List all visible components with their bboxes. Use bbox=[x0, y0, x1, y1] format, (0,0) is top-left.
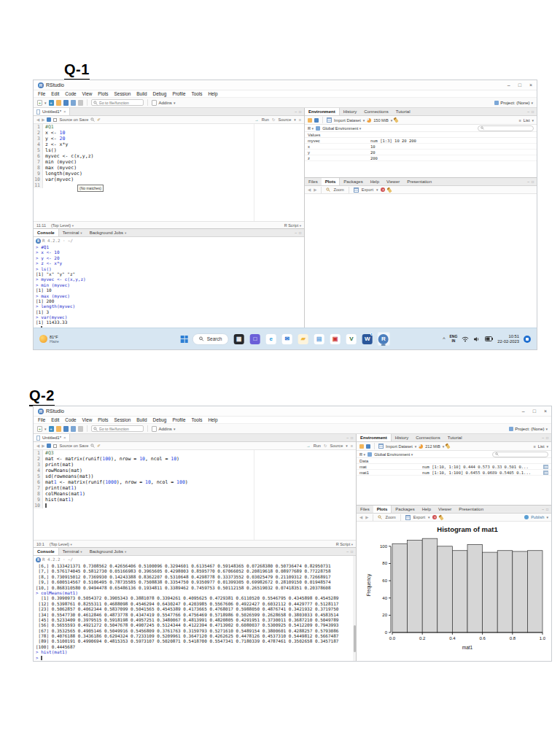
tab-tutorial[interactable]: Tutorial bbox=[444, 434, 466, 441]
minimize-icon[interactable]: – bbox=[508, 82, 510, 88]
console[interactable]: R R 4.2.2 · ~/ [6,] 0.133421371 0.730856… bbox=[34, 556, 356, 661]
memory-usage-button[interactable]: 150 MiB bbox=[373, 118, 389, 123]
back-icon[interactable]: ◀ bbox=[359, 515, 362, 519]
mail-icon[interactable]: ✉ bbox=[281, 332, 293, 346]
menu-edit[interactable]: Edit bbox=[51, 91, 59, 96]
forward-icon[interactable]: ▶ bbox=[42, 117, 44, 122]
code-editor[interactable]: 1#Q12x <- 103y <- 204z <- x*y5ls()6myvec… bbox=[34, 124, 304, 221]
minimize-pane-icon[interactable]: – bbox=[542, 436, 544, 440]
language-indicator[interactable]: ENGIN bbox=[450, 335, 458, 343]
find-icon[interactable] bbox=[90, 117, 95, 122]
clock[interactable]: 10:51 22-02-2023 bbox=[497, 334, 519, 344]
code-tools-icon[interactable]: ✐ bbox=[97, 117, 101, 122]
minimize-pane-icon[interactable]: – bbox=[346, 436, 349, 440]
clear-objects-icon[interactable] bbox=[446, 443, 451, 449]
notification-center-icon[interactable] bbox=[524, 336, 531, 343]
clear-plots-icon[interactable] bbox=[439, 514, 444, 520]
tab-presentation[interactable]: Presentation bbox=[455, 506, 487, 513]
back-icon[interactable]: ◀ bbox=[308, 187, 311, 192]
import-dataset-button[interactable]: Import Dataset bbox=[386, 444, 413, 449]
new-project-icon[interactable]: + bbox=[49, 426, 54, 432]
maximize-pane-icon[interactable]: □ bbox=[532, 109, 534, 114]
word-icon[interactable]: W bbox=[361, 332, 373, 346]
menu-tools[interactable]: Tools bbox=[192, 417, 203, 422]
environment-selector[interactable]: Global Environment ▾ bbox=[374, 452, 413, 457]
code-editor[interactable]: 1#Q32mat <- matrix(runif(100), nrow = 10… bbox=[34, 450, 356, 540]
back-icon[interactable]: ◀ bbox=[36, 444, 39, 448]
save-icon[interactable] bbox=[47, 117, 51, 122]
console-scrollbar[interactable] bbox=[353, 556, 356, 661]
menu-code[interactable]: Code bbox=[65, 417, 76, 422]
menu-session[interactable]: Session bbox=[114, 417, 131, 422]
source-button[interactable]: Source bbox=[330, 444, 343, 448]
save-workspace-icon[interactable] bbox=[366, 444, 370, 449]
tab-background-jobs[interactable]: Background Jobs▾ bbox=[86, 229, 131, 236]
back-icon[interactable]: ◀ bbox=[36, 117, 39, 122]
clear-objects-icon[interactable] bbox=[394, 117, 399, 123]
project-menu[interactable]: Project: (None)▾ bbox=[509, 427, 548, 431]
open-file-icon[interactable] bbox=[56, 426, 61, 432]
source-on-save-checkbox[interactable] bbox=[53, 444, 57, 448]
new-project-icon[interactable]: + bbox=[49, 100, 54, 106]
print-icon[interactable] bbox=[78, 426, 83, 432]
tray-chevron-icon[interactable]: ^ bbox=[443, 336, 445, 341]
goto-file-box[interactable] bbox=[91, 425, 144, 432]
addins-menu[interactable]: Addins▾ bbox=[159, 427, 176, 431]
open-file-icon[interactable] bbox=[56, 100, 61, 106]
save-icon[interactable] bbox=[47, 444, 51, 448]
restore-icon[interactable]: □ bbox=[533, 409, 536, 414]
maximize-pane-icon[interactable]: □ bbox=[351, 436, 353, 440]
remove-plot-icon[interactable]: × bbox=[381, 187, 385, 192]
outline-icon[interactable]: ≡ bbox=[299, 117, 301, 122]
project-menu[interactable]: Project: (None)▾ bbox=[494, 101, 533, 105]
chevron-down-icon[interactable]: ▾ bbox=[346, 444, 348, 448]
tab-help[interactable]: Help bbox=[367, 178, 383, 185]
menu-debug[interactable]: Debug bbox=[153, 91, 167, 96]
menu-file[interactable]: File bbox=[38, 417, 45, 422]
tab-files[interactable]: Files bbox=[357, 506, 373, 513]
chevron-down-icon[interactable]: ▾ bbox=[44, 427, 47, 431]
rerun-icon[interactable]: ↻ bbox=[272, 117, 276, 122]
engine-selector[interactable]: R ▾ bbox=[359, 452, 365, 457]
close-icon[interactable]: × bbox=[529, 82, 532, 88]
screen-recorder-icon[interactable]: ▣ bbox=[329, 332, 341, 346]
tab-packages[interactable]: Packages bbox=[392, 506, 418, 513]
file-type-selector[interactable]: R Script ▾ bbox=[336, 542, 353, 546]
export-button[interactable]: Export bbox=[413, 515, 425, 519]
menu-build[interactable]: Build bbox=[136, 91, 147, 96]
file-type-selector[interactable]: R Script ▾ bbox=[284, 223, 301, 228]
maximize-pane-icon[interactable]: □ bbox=[546, 507, 548, 511]
run-button[interactable]: Run bbox=[262, 117, 269, 122]
run-button[interactable]: Run bbox=[314, 444, 321, 448]
view-data-icon[interactable] bbox=[543, 471, 548, 475]
task-view-icon[interactable]: ▦ bbox=[233, 332, 245, 346]
save-workspace-icon[interactable] bbox=[314, 118, 319, 123]
edge-icon[interactable]: e bbox=[265, 332, 277, 346]
close-tab-icon[interactable]: × bbox=[63, 436, 66, 440]
grid-icon[interactable] bbox=[152, 100, 157, 106]
wifi-icon[interactable] bbox=[462, 336, 469, 342]
scope-selector[interactable]: (Top Level) ▾ bbox=[51, 223, 74, 228]
environment-search[interactable] bbox=[492, 452, 548, 457]
remove-plot-icon[interactable]: × bbox=[432, 515, 437, 519]
print-icon[interactable] bbox=[78, 100, 83, 106]
maximize-pane-icon[interactable]: □ bbox=[532, 179, 534, 184]
menu-help[interactable]: Help bbox=[208, 91, 217, 96]
import-dataset-button[interactable]: Import Dataset bbox=[334, 118, 361, 123]
minimize-icon[interactable]: – bbox=[522, 409, 525, 414]
tab-tutorial[interactable]: Tutorial bbox=[392, 108, 414, 115]
menu-help[interactable]: Help bbox=[208, 417, 217, 422]
environment-search[interactable] bbox=[478, 125, 534, 131]
engine-selector[interactable]: R ▾ bbox=[308, 126, 314, 131]
tab-connections[interactable]: Connections bbox=[412, 434, 443, 441]
minimize-pane-icon[interactable]: – bbox=[527, 109, 529, 114]
menu-edit[interactable]: Edit bbox=[51, 417, 59, 422]
load-workspace-icon[interactable] bbox=[359, 444, 364, 449]
minimize-pane-icon[interactable]: – bbox=[295, 109, 297, 114]
forward-icon[interactable]: ▶ bbox=[365, 515, 368, 519]
minimize-pane-icon[interactable]: – bbox=[346, 549, 349, 554]
menu-view[interactable]: View bbox=[82, 91, 93, 96]
start-button[interactable] bbox=[181, 336, 188, 343]
load-workspace-icon[interactable] bbox=[308, 118, 312, 123]
environment-selector[interactable]: Global Environment ▾ bbox=[322, 126, 361, 131]
